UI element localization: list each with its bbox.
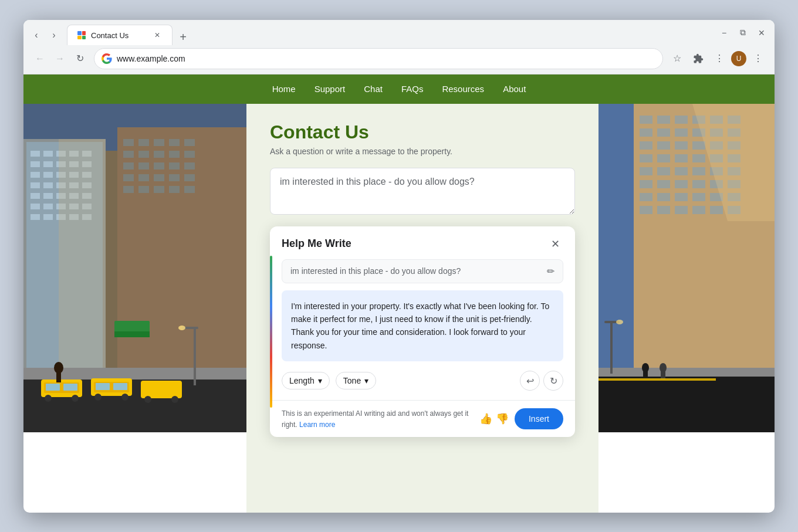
svg-point-84 (72, 395, 79, 402)
svg-point-156 (616, 320, 623, 324)
nav-link-home[interactable]: Home (272, 84, 296, 94)
nav-link-chat[interactable]: Chat (364, 84, 383, 94)
nav-link-about[interactable]: About (503, 84, 526, 94)
hmw-input-text: im interested in this place - do you all… (290, 266, 461, 276)
svg-rect-110 (657, 128, 670, 137)
svg-rect-21 (43, 161, 53, 167)
thumbs-down-button[interactable]: 👎 (496, 412, 509, 425)
length-dropdown[interactable]: Length ▾ (282, 372, 330, 389)
svg-rect-121 (640, 154, 652, 162)
page-body: Contact Us Ask a question or write a mes… (23, 104, 775, 513)
svg-rect-54 (154, 139, 164, 146)
svg-point-93 (171, 396, 178, 403)
page-title: Contact Us (270, 121, 575, 143)
tone-dropdown[interactable]: Tone ▾ (336, 372, 376, 389)
nav-link-resources[interactable]: Resources (442, 84, 484, 94)
svg-rect-74 (154, 186, 164, 193)
svg-rect-133 (640, 180, 652, 188)
undo-button[interactable]: ↩ (520, 371, 540, 391)
window-controls: − ⧉ ✕ (716, 25, 770, 46)
svg-rect-58 (138, 151, 149, 158)
more-options-button[interactable]: ⋮ (749, 49, 767, 68)
thumbs-up-button[interactable]: 👍 (479, 412, 492, 425)
svg-rect-70 (169, 174, 180, 181)
svg-rect-87 (96, 383, 110, 390)
close-window-button[interactable]: ✕ (753, 25, 770, 41)
svg-point-92 (144, 396, 151, 403)
tab-nav-back[interactable]: ‹ (28, 27, 45, 43)
active-tab[interactable]: Contact Us ✕ (67, 25, 173, 45)
address-nav-buttons: ← → ↻ (31, 49, 89, 68)
svg-rect-154 (610, 321, 613, 374)
browser-chrome: ‹ › Contact Us ✕ + (23, 20, 775, 74)
svg-rect-53 (138, 139, 149, 146)
restore-button[interactable]: ⧉ (735, 25, 751, 41)
svg-rect-122 (657, 154, 670, 162)
svg-rect-130 (692, 167, 705, 175)
svg-rect-109 (640, 128, 652, 137)
svg-rect-152 (598, 374, 775, 432)
insert-button[interactable]: Insert (515, 408, 563, 429)
browser-menu-button[interactable]: ⋮ (710, 49, 729, 68)
bookmark-button[interactable]: ☆ (668, 49, 687, 68)
tone-label: Tone (343, 376, 361, 385)
svg-rect-60 (169, 151, 180, 158)
address-bar: ← → ↻ www.example.com ☆ (23, 46, 775, 74)
regenerate-button[interactable]: ↻ (543, 371, 563, 391)
webpage: Home Support Chat FAQs Resources About (23, 74, 775, 513)
extensions-button[interactable] (689, 49, 708, 68)
hmw-edit-icon[interactable]: ✏ (547, 266, 554, 277)
svg-rect-15 (31, 151, 40, 157)
learn-more-link[interactable]: Learn more (299, 421, 335, 429)
svg-rect-147 (675, 206, 688, 214)
svg-rect-57 (123, 151, 134, 158)
length-chevron-icon: ▾ (318, 376, 322, 385)
svg-rect-158 (643, 371, 648, 379)
svg-rect-99 (114, 321, 150, 333)
minimize-button[interactable]: − (716, 25, 732, 41)
url-box[interactable]: www.example.com (94, 48, 663, 69)
profile-avatar[interactable]: U (731, 51, 746, 66)
nav-link-faqs[interactable]: FAQs (401, 84, 424, 94)
tab-close-button[interactable]: ✕ (152, 30, 163, 40)
tab-group: Contact Us ✕ + (67, 25, 714, 45)
tab-nav-forward[interactable]: › (46, 27, 62, 43)
hmw-generated-area: I'm interested in your property. It's ex… (282, 290, 563, 362)
svg-rect-35 (31, 193, 40, 199)
hmw-header: Help Me Write ✕ (270, 226, 575, 259)
hmw-footer: This is an experimental AI writing aid a… (270, 400, 575, 437)
page-subtitle: Ask a question or write a message to the… (270, 147, 575, 156)
svg-rect-127 (640, 167, 652, 175)
svg-rect-100 (114, 331, 150, 337)
svg-rect-148 (692, 206, 705, 214)
svg-rect-16 (43, 151, 53, 157)
svg-rect-82 (63, 384, 77, 391)
svg-rect-139 (640, 193, 652, 201)
svg-rect-146 (657, 206, 670, 214)
svg-rect-55 (169, 139, 180, 146)
nav-link-support[interactable]: Support (315, 84, 346, 94)
tone-chevron-icon: ▾ (364, 376, 368, 385)
svg-rect-160 (661, 371, 665, 379)
site-navigation: Home Support Chat FAQs Resources About (23, 74, 775, 104)
hmw-close-button[interactable]: ✕ (547, 236, 563, 252)
svg-rect-25 (31, 172, 40, 178)
refresh-button[interactable]: ↻ (70, 49, 89, 68)
svg-rect-68 (138, 174, 149, 181)
svg-rect-129 (675, 167, 688, 175)
content-area: Contact Us Ask a question or write a mes… (246, 104, 598, 513)
svg-rect-67 (123, 174, 134, 181)
svg-rect-142 (692, 193, 705, 201)
svg-rect-69 (154, 174, 164, 181)
message-input[interactable]: im interested in this place - do you all… (270, 168, 575, 215)
url-text: www.example.com (117, 54, 655, 63)
forward-button[interactable]: → (50, 49, 69, 68)
back-button[interactable]: ← (31, 49, 49, 68)
svg-rect-134 (657, 180, 670, 188)
svg-rect-52 (123, 139, 134, 146)
svg-rect-103 (640, 116, 652, 124)
new-tab-button[interactable]: + (175, 29, 191, 45)
svg-rect-20 (31, 161, 40, 167)
disclaimer-text: This is an experimental AI writing aid a… (282, 409, 468, 429)
hmw-controls: Length ▾ Tone ▾ ↩ ↻ (282, 371, 563, 391)
